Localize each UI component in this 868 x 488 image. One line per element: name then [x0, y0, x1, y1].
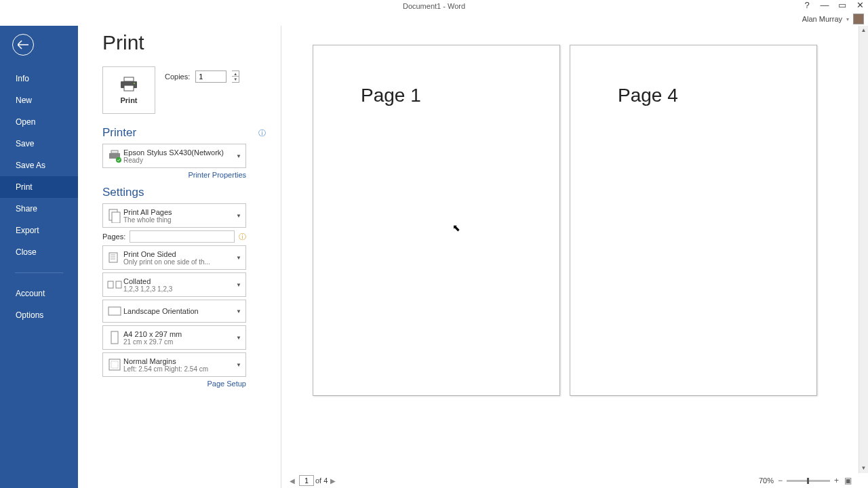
svg-rect-9	[109, 253, 117, 262]
sidebar-item-account[interactable]: Account	[0, 283, 78, 304]
svg-rect-16	[111, 331, 118, 344]
fit-page-button[interactable]: ▣	[843, 476, 853, 485]
back-arrow-icon	[18, 40, 28, 49]
user-name[interactable]: Alan Murray	[802, 15, 842, 23]
sidebar-separator	[15, 272, 63, 273]
page-total: of 4	[315, 476, 328, 485]
print-preview: Page 1 Page 4 ⬉ ▲ ▼ ◀ of 4 ▶ 70% −	[281, 26, 868, 488]
landscape-icon	[106, 302, 123, 320]
sidebar-item-print[interactable]: Print	[0, 176, 78, 198]
avatar[interactable]	[853, 14, 864, 24]
chevron-down-icon: ▼	[235, 255, 243, 261]
svg-rect-15	[108, 307, 121, 315]
printer-name: Epson Stylus SX430(Network)	[123, 148, 235, 157]
margins-selector[interactable]: Normal Margins Left: 2.54 cm Right: 2.54…	[102, 352, 246, 377]
page-title: Print	[102, 31, 266, 54]
paper-size-selector[interactable]: A4 210 x 297 mm 21 cm x 29.7 cm ▼	[102, 325, 246, 350]
window-title: Document1 - Word	[403, 2, 465, 10]
printer-status: Ready	[123, 157, 235, 164]
svg-rect-13	[108, 281, 113, 288]
sidebar-item-info[interactable]: Info	[0, 68, 78, 89]
chevron-down-icon: ▼	[235, 213, 243, 219]
collate-selector[interactable]: Collated 1,2,3 1,2,3 1,2,3 ▼	[102, 272, 246, 297]
print-settings-panel: Print Print Copies: ▲▼	[78, 26, 281, 488]
svg-point-6	[116, 157, 121, 163]
chevron-down-icon: ▼	[235, 308, 243, 314]
user-bar: Alan Murray ▾	[0, 12, 868, 26]
settings-heading: Settings	[102, 186, 266, 199]
collated-icon	[106, 276, 123, 293]
prev-page-button[interactable]: ◀	[287, 477, 298, 485]
printer-properties-link[interactable]: Printer Properties	[102, 171, 246, 179]
print-button[interactable]: Print	[102, 66, 155, 114]
svg-rect-17	[109, 359, 120, 370]
one-sided-icon	[106, 249, 123, 266]
pages-input[interactable]	[130, 230, 235, 243]
pages-icon	[106, 207, 123, 224]
sides-selector[interactable]: Print One Sided Only print on one side o…	[102, 245, 246, 270]
zoom-out-button[interactable]: −	[776, 476, 784, 485]
printer-selector[interactable]: Epson Stylus SX430(Network) Ready ▼	[102, 144, 246, 168]
copies-spinner[interactable]: ▲▼	[232, 70, 239, 83]
printer-status-icon	[106, 147, 123, 165]
paper-icon	[106, 329, 123, 346]
margins-icon	[106, 356, 123, 373]
print-button-label: Print	[120, 96, 137, 104]
copies-input[interactable]	[195, 70, 226, 83]
spin-up-icon[interactable]: ▲	[232, 71, 239, 77]
sidebar-item-open[interactable]: Open	[0, 111, 78, 133]
page-setup-link[interactable]: Page Setup	[102, 380, 246, 388]
scroll-down-icon[interactable]: ▼	[859, 464, 868, 473]
svg-rect-8	[112, 212, 120, 223]
sidebar-item-options[interactable]: Options	[0, 304, 78, 326]
chevron-down-icon: ▼	[235, 335, 243, 341]
info-icon[interactable]: ⓘ	[239, 232, 246, 242]
sidebar-item-new[interactable]: New	[0, 89, 78, 111]
svg-point-3	[134, 83, 135, 84]
sidebar-item-saveas[interactable]: Save As	[0, 155, 78, 176]
minimize-icon[interactable]: —	[818, 0, 831, 10]
preview-page-content: Page 1	[361, 85, 512, 106]
svg-rect-5	[111, 150, 118, 153]
pages-label: Pages:	[102, 232, 125, 241]
zoom-in-button[interactable]: +	[833, 476, 840, 485]
chevron-down-icon: ▼	[235, 282, 243, 288]
next-page-button[interactable]: ▶	[328, 477, 338, 485]
preview-page: Page 1	[313, 45, 560, 396]
preview-page-content: Page 4	[618, 85, 769, 106]
sidebar-item-share[interactable]: Share	[0, 198, 78, 220]
zoom-level: 70%	[759, 476, 774, 485]
sidebar-item-export[interactable]: Export	[0, 220, 78, 241]
help-icon[interactable]: ?	[801, 0, 813, 10]
svg-rect-2	[124, 85, 134, 91]
preview-page: Page 4	[570, 45, 817, 396]
backstage-sidebar: Info New Open Save Save As Print Share E…	[0, 26, 78, 488]
cursor-icon: ⬉	[452, 222, 460, 233]
info-icon[interactable]: ⓘ	[258, 128, 266, 138]
sidebar-item-close[interactable]: Close	[0, 241, 78, 263]
copies-label: Copies:	[165, 73, 190, 81]
printer-icon	[119, 76, 138, 92]
scroll-track[interactable]	[859, 35, 868, 464]
vertical-scrollbar[interactable]: ▲ ▼	[859, 26, 868, 473]
back-button[interactable]	[12, 34, 34, 56]
title-bar: Document1 - Word ? — ▭ ✕	[0, 0, 868, 12]
chevron-down-icon[interactable]: ▾	[846, 16, 849, 22]
restore-icon[interactable]: ▭	[836, 0, 848, 10]
spin-down-icon[interactable]: ▼	[232, 77, 239, 82]
svg-rect-0	[124, 77, 134, 81]
zoom-slider[interactable]	[787, 480, 830, 482]
close-icon[interactable]: ✕	[854, 0, 866, 10]
printer-heading: Printer ⓘ	[102, 126, 266, 140]
orientation-selector[interactable]: Landscape Orientation ▼	[102, 300, 246, 323]
print-scope-selector[interactable]: Print All Pages The whole thing ▼	[102, 203, 246, 228]
current-page-input[interactable]	[299, 475, 314, 486]
preview-status-bar: ◀ of 4 ▶ 70% − + ▣	[281, 473, 859, 488]
window-controls: ? — ▭ ✕	[801, 0, 866, 10]
svg-rect-14	[116, 281, 121, 288]
chevron-down-icon: ▼	[235, 362, 243, 368]
scroll-up-icon[interactable]: ▲	[859, 26, 868, 35]
sidebar-item-save[interactable]: Save	[0, 133, 78, 155]
chevron-down-icon: ▼	[235, 153, 243, 159]
